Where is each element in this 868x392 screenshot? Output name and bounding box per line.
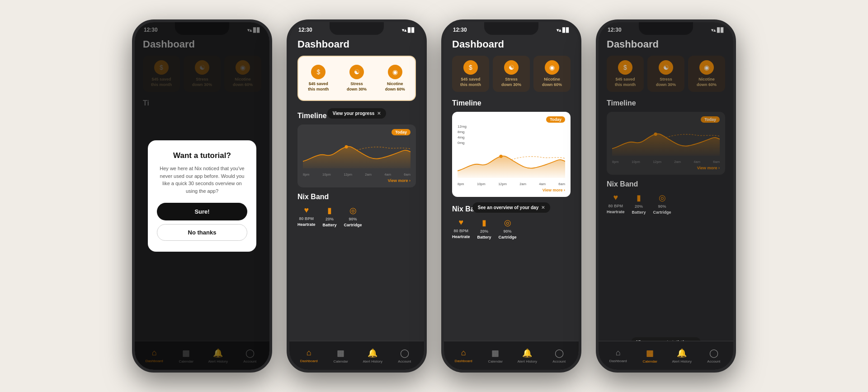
stress-text-3: Stressdown 30% — [501, 77, 521, 87]
nav-dashboard-icon-3: ⌂ — [461, 348, 466, 358]
modal-sure-button[interactable]: Sure! — [157, 203, 247, 220]
phone-2-content: Dashboard $ $45 savedthis month ☯ Stress… — [289, 35, 424, 328]
phones-container: 12:30 ▾▴ ▊▊ Dashboard $ $45 savedthis mo… — [123, 10, 745, 382]
battery-icon-2: ▮ — [327, 206, 332, 215]
phone-3-content: Dashboard $ $45 savedthis month ☯ Stress… — [444, 35, 579, 328]
phone-2-icons: ▾▴ ▊▊ — [402, 28, 415, 33]
phone-3-screen: 12:30 ▾▴ ▊▊ Dashboard $ $45 savedthis mo… — [444, 22, 579, 370]
svg-point-0 — [344, 145, 348, 148]
view-more-2[interactable]: View more › — [303, 178, 410, 183]
battery-label-3: Battery — [477, 235, 491, 239]
stat-card-stress-3: ☯ Stressdown 30% — [493, 56, 530, 92]
today-badge-2: Today — [392, 129, 410, 135]
nav-dashboard-2[interactable]: ⌂ Dashboard — [293, 348, 325, 363]
phone-3-tooltip: See an overview of your day ✕ — [472, 202, 551, 213]
phone-3-chart: Today 12mg 8mg 4mg 0mg — [452, 112, 571, 197]
battery-value-3: 20% — [480, 229, 488, 234]
nav-calendar-icon-3: ▦ — [491, 348, 499, 358]
phone-2: 12:30 ▾▴ ▊▊ Dashboard $ $45 savedthis mo… — [287, 19, 427, 373]
chart-svg-3 — [458, 147, 565, 179]
nav-account-icon-2: ◯ — [400, 348, 409, 358]
battery-value-2: 20% — [326, 217, 334, 221]
nav-calendar-3[interactable]: ▦ Calendar — [480, 348, 512, 363]
nav-dashboard-3[interactable]: ⌂ Dashboard — [448, 348, 480, 363]
stress-text-2: Stressdown 30% — [347, 81, 367, 92]
phone-2-screen: 12:30 ▾▴ ▊▊ Dashboard $ $45 savedthis mo… — [289, 22, 424, 370]
nav-alerts-label-2: Alert History — [363, 359, 382, 363]
battery-icon-3: ▮ — [482, 218, 486, 228]
nav-account-icon-4: ◯ — [709, 348, 718, 358]
nav-calendar-icon-2: ▦ — [337, 348, 344, 358]
heartrate-icon-2: ♥ — [304, 206, 309, 215]
nav-dashboard-label-4: Dashboard — [609, 359, 627, 363]
phone-3: 12:30 ▾▴ ▊▊ Dashboard $ $45 savedthis mo… — [441, 19, 581, 373]
stat-card-nicotine-2: ◉ Nicotinedown 60% — [377, 60, 412, 96]
band-heartrate-2: ♥ 80 BPM Heartrate — [297, 206, 316, 227]
nav-dashboard-icon-4: ⌂ — [616, 348, 621, 358]
phone-2-title: Dashboard — [297, 38, 416, 50]
nav-calendar-4[interactable]: ▦ Calendar — [634, 348, 666, 363]
phone-2-band-title: Nix Band — [297, 193, 416, 201]
phone-2-bottom-nav: ⌂ Dashboard ▦ Calendar 🔔 Alert History ◯… — [289, 341, 424, 370]
phone-3-icons: ▾▴ ▊▊ — [557, 28, 570, 33]
phone-4-screen: 12:30 ▾▴ ▊▊ Dashboard $ $45 savedthis mo… — [599, 22, 733, 370]
band-cartridge-3: ◎ 90% Cartridge — [499, 218, 517, 239]
modal-title: Want a tutorial? — [157, 151, 247, 160]
savings-text-2: $45 savedthis month — [308, 81, 329, 92]
phone-1-screen: 12:30 ▾▴ ▊▊ Dashboard $ $45 savedthis mo… — [135, 22, 269, 370]
nav-alerts-2[interactable]: 🔔 Alert History — [357, 348, 389, 363]
nav-alerts-4[interactable]: 🔔 Alert History — [666, 348, 698, 363]
phone-2-time: 12:30 — [298, 27, 312, 33]
nav-account-2[interactable]: ◯ Account — [389, 348, 421, 363]
nav-calendar-label-4: Calendar — [643, 359, 657, 363]
nicotine-icon-3: ◉ — [545, 60, 559, 75]
phone-3-time: 12:30 — [453, 27, 467, 33]
phone-2-tooltip: View your progress ✕ — [327, 108, 387, 119]
stat-card-stress-2: ☯ Stressdown 30% — [340, 60, 374, 96]
nav-account-label-3: Account — [552, 359, 566, 363]
nicotine-text-3: Nicotinedown 60% — [542, 77, 562, 87]
phone-2-stats-row: $ $45 savedthis month ☯ Stressdown 30% ◉… — [297, 56, 416, 101]
nav-calendar-icon-4: ▦ — [646, 348, 654, 358]
savings-icon-3: $ — [463, 60, 478, 75]
savings-icon-2: $ — [311, 65, 326, 79]
phone-3-band: ♥ 80 BPM Heartrate ▮ 20% Battery ◎ 90% — [452, 218, 571, 239]
heartrate-icon-3: ♥ — [458, 218, 463, 227]
nav-alerts-3[interactable]: 🔔 Alert History — [511, 348, 543, 363]
view-more-3[interactable]: View more › — [458, 188, 565, 192]
savings-text-3: $45 savedthis month — [460, 77, 481, 87]
phone-2-band: ♥ 80 BPM Heartrate ▮ 20% Battery ◎ 90% — [297, 206, 416, 227]
phone-1-modal-overlay[interactable]: Want a tutorial? Hey we here at Nix noti… — [135, 22, 269, 370]
cartridge-value-2: 90% — [349, 217, 357, 221]
heartrate-value-3: 80 BPM — [454, 229, 469, 233]
nicotine-icon-2: ◉ — [388, 65, 402, 79]
tooltip-close[interactable]: ✕ — [377, 111, 381, 116]
modal-nothanks-button[interactable]: No thanks — [157, 224, 247, 241]
nav-account-4[interactable]: ◯ Account — [698, 348, 730, 363]
nav-calendar-label-2: Calendar — [334, 359, 348, 363]
stress-icon-2: ☯ — [349, 65, 364, 79]
tooltip-close-3[interactable]: ✕ — [541, 205, 545, 210]
heartrate-label-3: Heartrate — [452, 234, 470, 239]
nav-account-3[interactable]: ◯ Account — [543, 348, 576, 363]
band-heartrate-3: ♥ 80 BPM Heartrate — [452, 218, 470, 239]
chart-svg-2 — [303, 137, 410, 170]
nav-dashboard-4[interactable]: ⌂ Dashboard — [602, 348, 634, 363]
svg-point-1 — [499, 155, 502, 158]
nav-alerts-icon-2: 🔔 — [368, 348, 377, 358]
cartridge-icon-3: ◎ — [504, 218, 511, 228]
tooltip-text-3: See an overview of your day — [478, 205, 539, 210]
nav-alerts-label-3: Alert History — [517, 359, 537, 363]
cartridge-icon-2: ◎ — [349, 206, 357, 215]
phone-1-modal: Want a tutorial? Hey we here at Nix noti… — [148, 140, 256, 252]
cartridge-value-3: 90% — [504, 229, 512, 234]
nicotine-text-2: Nicotinedown 60% — [385, 81, 405, 92]
today-badge-3: Today — [546, 116, 565, 123]
nav-account-label-2: Account — [398, 359, 411, 363]
nav-calendar-2[interactable]: ▦ Calendar — [325, 348, 357, 363]
phone-2-chart: Today — [297, 124, 416, 187]
band-battery-2: ▮ 20% Battery — [323, 206, 337, 227]
nav-dashboard-icon-2: ⌂ — [307, 348, 311, 358]
stress-icon-3: ☯ — [504, 60, 519, 75]
nav-alerts-icon-4: 🔔 — [677, 348, 687, 358]
